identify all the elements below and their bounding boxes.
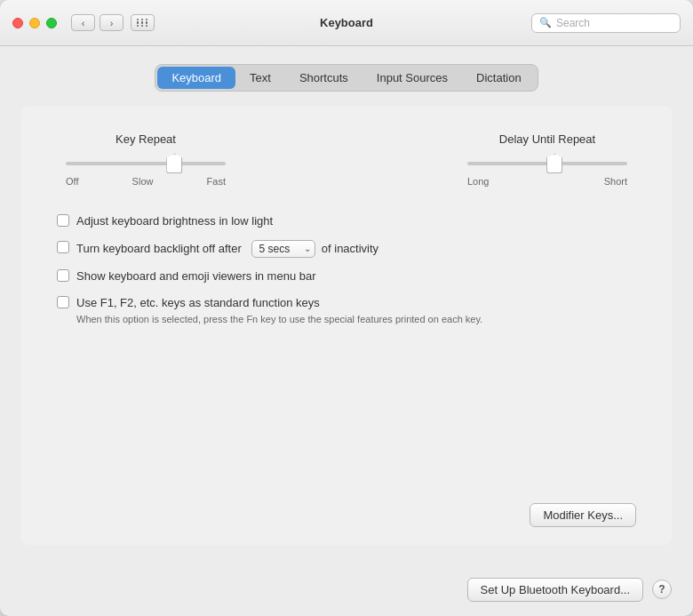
titlebar: ‹ › Keyboard 🔍 (0, 0, 693, 46)
inactivity-select[interactable]: 5 secs 10 secs 30 secs 1 min 5 mins Neve… (251, 240, 315, 258)
settings-panel: Key Repeat Off Slow Fast Delay Until Rep… (21, 106, 672, 545)
key-repeat-group: Key Repeat Off Slow Fast (57, 132, 235, 187)
tab-keyboard[interactable]: Keyboard (157, 67, 235, 89)
checkbox-brightness[interactable] (57, 214, 69, 227)
window-title: Keyboard (320, 16, 373, 29)
checkbox-fn-subtext: When this option is selected, press the … (76, 314, 636, 324)
grid-button[interactable] (131, 14, 155, 31)
key-repeat-slider[interactable] (66, 162, 226, 165)
traffic-lights (12, 18, 57, 28)
grid-icon (137, 19, 149, 28)
checkbox-section: Adjust keyboard brightness in low light … (57, 213, 636, 324)
key-repeat-off-label: Off (66, 176, 78, 187)
delay-repeat-group: Delay Until Repeat Long Short (458, 132, 636, 187)
sliders-row: Key Repeat Off Slow Fast Delay Until Rep… (57, 132, 636, 187)
inactivity-select-wrapper: 5 secs 10 secs 30 secs 1 min 5 mins Neve… (251, 240, 315, 258)
key-repeat-slider-container (66, 155, 226, 172)
checkbox-brightness-row: Adjust keyboard brightness in low light (57, 213, 636, 229)
checkbox-backlight-row: Turn keyboard backlight off after 5 secs… (57, 240, 636, 258)
delay-repeat-slider-container (467, 155, 627, 172)
minimize-button[interactable] (29, 18, 40, 28)
bottom-bar: Set Up Bluetooth Keyboard... ? (0, 563, 693, 616)
back-button[interactable]: ‹ (71, 14, 95, 31)
key-repeat-labels: Off Slow Fast (66, 176, 226, 187)
checkbox-fn-label: Use F1, F2, etc. keys as standard functi… (76, 295, 320, 311)
forward-button[interactable]: › (100, 14, 123, 31)
checkbox-fn-row: Use F1, F2, etc. keys as standard functi… (57, 295, 636, 311)
tab-dictation[interactable]: Dictation (462, 67, 536, 89)
close-button[interactable] (12, 18, 23, 28)
delay-repeat-labels: Long Short (467, 176, 627, 187)
help-button[interactable]: ? (652, 580, 672, 599)
checkbox-backlight-label: Turn keyboard backlight off after 5 secs… (76, 240, 378, 258)
delay-short-label: Short (604, 176, 627, 187)
tab-group: Keyboard Text Shortcuts Input Sources Di… (155, 64, 538, 92)
checkbox-emoji-label: Show keyboard and emoji viewers in menu … (76, 268, 316, 284)
checkbox-brightness-label: Adjust keyboard brightness in low light (76, 213, 273, 229)
checkbox-emoji-row: Show keyboard and emoji viewers in menu … (57, 268, 636, 284)
key-repeat-slow-label: Slow (132, 176, 154, 187)
checkbox-fn[interactable] (57, 296, 69, 308)
bluetooth-keyboard-button[interactable]: Set Up Bluetooth Keyboard... (467, 578, 643, 602)
nav-buttons: ‹ › (71, 14, 123, 31)
content-area: Keyboard Text Shortcuts Input Sources Di… (0, 46, 693, 563)
tab-shortcuts[interactable]: Shortcuts (285, 67, 362, 89)
search-icon: 🔍 (539, 17, 552, 28)
modifier-keys-button[interactable]: Modifier Keys... (530, 503, 636, 527)
delay-long-label: Long (467, 176, 489, 187)
back-icon: ‹ (82, 18, 85, 28)
forward-icon: › (110, 18, 114, 28)
delay-repeat-label: Delay Until Repeat (499, 132, 595, 146)
delay-repeat-slider[interactable] (467, 162, 627, 165)
tab-bar: Keyboard Text Shortcuts Input Sources Di… (21, 64, 672, 92)
checkbox-fn-group: Use F1, F2, etc. keys as standard functi… (57, 295, 636, 324)
maximize-button[interactable] (46, 18, 57, 28)
search-box[interactable]: 🔍 (531, 13, 681, 33)
key-repeat-label: Key Repeat (116, 132, 176, 146)
key-repeat-fast-label: Fast (207, 176, 226, 187)
checkbox-backlight[interactable] (57, 241, 69, 253)
search-input[interactable] (556, 17, 673, 29)
tab-input-sources[interactable]: Input Sources (362, 67, 462, 89)
tab-text[interactable]: Text (235, 67, 285, 89)
checkbox-emoji[interactable] (57, 269, 69, 282)
main-window: ‹ › Keyboard 🔍 Keyboard (0, 0, 693, 616)
panel-footer: Modifier Keys... (57, 503, 636, 527)
